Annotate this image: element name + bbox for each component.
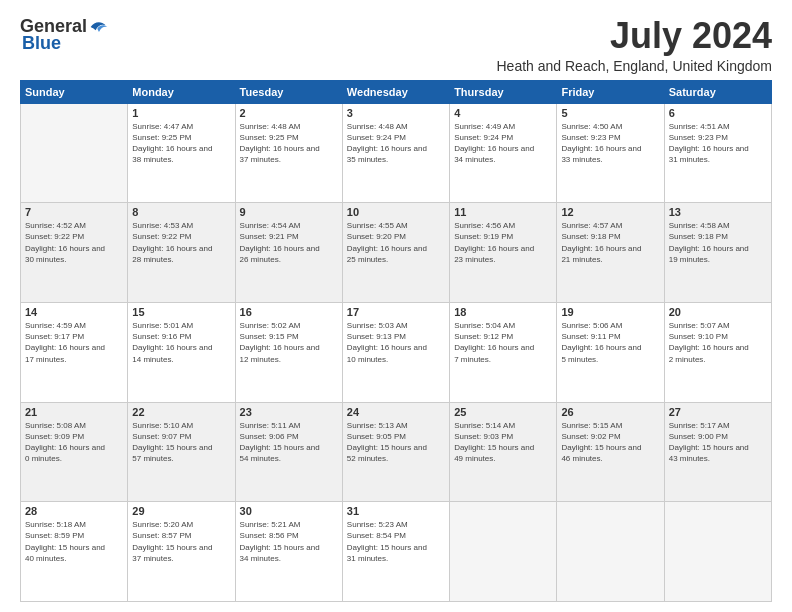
day-info: Sunrise: 5:06 AMSunset: 9:11 PMDaylight:… (561, 320, 659, 365)
day-info: Sunrise: 5:02 AMSunset: 9:15 PMDaylight:… (240, 320, 338, 365)
day-number: 2 (240, 107, 338, 119)
table-row: 13 Sunrise: 4:58 AMSunset: 9:18 PMDaylig… (664, 203, 771, 303)
header-monday: Monday (128, 80, 235, 103)
day-info: Sunrise: 5:11 AMSunset: 9:06 PMDaylight:… (240, 420, 338, 465)
day-info: Sunrise: 4:49 AMSunset: 9:24 PMDaylight:… (454, 121, 552, 166)
day-number: 1 (132, 107, 230, 119)
day-info: Sunrise: 4:47 AMSunset: 9:25 PMDaylight:… (132, 121, 230, 166)
table-row: 6 Sunrise: 4:51 AMSunset: 9:23 PMDayligh… (664, 103, 771, 203)
table-row: 17 Sunrise: 5:03 AMSunset: 9:13 PMDaylig… (342, 302, 449, 402)
table-row: 9 Sunrise: 4:54 AMSunset: 9:21 PMDayligh… (235, 203, 342, 303)
day-number: 7 (25, 206, 123, 218)
day-number: 30 (240, 505, 338, 517)
day-info: Sunrise: 5:17 AMSunset: 9:00 PMDaylight:… (669, 420, 767, 465)
day-info: Sunrise: 4:59 AMSunset: 9:17 PMDaylight:… (25, 320, 123, 365)
table-row: 28 Sunrise: 5:18 AMSunset: 8:59 PMDaylig… (21, 502, 128, 602)
day-info: Sunrise: 4:57 AMSunset: 9:18 PMDaylight:… (561, 220, 659, 265)
day-info: Sunrise: 5:23 AMSunset: 8:54 PMDaylight:… (347, 519, 445, 564)
day-info: Sunrise: 5:01 AMSunset: 9:16 PMDaylight:… (132, 320, 230, 365)
day-info: Sunrise: 5:14 AMSunset: 9:03 PMDaylight:… (454, 420, 552, 465)
calendar-week-row: 7 Sunrise: 4:52 AMSunset: 9:22 PMDayligh… (21, 203, 772, 303)
day-number: 13 (669, 206, 767, 218)
day-number: 5 (561, 107, 659, 119)
day-info: Sunrise: 5:08 AMSunset: 9:09 PMDaylight:… (25, 420, 123, 465)
table-row: 16 Sunrise: 5:02 AMSunset: 9:15 PMDaylig… (235, 302, 342, 402)
day-number: 8 (132, 206, 230, 218)
calendar-week-row: 1 Sunrise: 4:47 AMSunset: 9:25 PMDayligh… (21, 103, 772, 203)
location-text: Heath and Reach, England, United Kingdom (496, 58, 772, 74)
table-row: 10 Sunrise: 4:55 AMSunset: 9:20 PMDaylig… (342, 203, 449, 303)
table-row: 15 Sunrise: 5:01 AMSunset: 9:16 PMDaylig… (128, 302, 235, 402)
header-tuesday: Tuesday (235, 80, 342, 103)
day-number: 28 (25, 505, 123, 517)
month-title: July 2024 (496, 16, 772, 56)
day-info: Sunrise: 5:15 AMSunset: 9:02 PMDaylight:… (561, 420, 659, 465)
table-row: 25 Sunrise: 5:14 AMSunset: 9:03 PMDaylig… (450, 402, 557, 502)
table-row: 26 Sunrise: 5:15 AMSunset: 9:02 PMDaylig… (557, 402, 664, 502)
logo-blue-text: Blue (22, 33, 61, 54)
day-info: Sunrise: 4:55 AMSunset: 9:20 PMDaylight:… (347, 220, 445, 265)
header-friday: Friday (557, 80, 664, 103)
table-row: 30 Sunrise: 5:21 AMSunset: 8:56 PMDaylig… (235, 502, 342, 602)
day-number: 27 (669, 406, 767, 418)
day-number: 16 (240, 306, 338, 318)
day-info: Sunrise: 5:04 AMSunset: 9:12 PMDaylight:… (454, 320, 552, 365)
table-row: 18 Sunrise: 5:04 AMSunset: 9:12 PMDaylig… (450, 302, 557, 402)
day-number: 24 (347, 406, 445, 418)
day-number: 19 (561, 306, 659, 318)
day-info: Sunrise: 4:58 AMSunset: 9:18 PMDaylight:… (669, 220, 767, 265)
day-info: Sunrise: 5:13 AMSunset: 9:05 PMDaylight:… (347, 420, 445, 465)
day-number: 14 (25, 306, 123, 318)
page: General Blue July 2024 Heath and Reach, … (0, 0, 792, 612)
day-info: Sunrise: 5:10 AMSunset: 9:07 PMDaylight:… (132, 420, 230, 465)
day-number: 10 (347, 206, 445, 218)
day-info: Sunrise: 4:51 AMSunset: 9:23 PMDaylight:… (669, 121, 767, 166)
table-row: 21 Sunrise: 5:08 AMSunset: 9:09 PMDaylig… (21, 402, 128, 502)
table-row: 31 Sunrise: 5:23 AMSunset: 8:54 PMDaylig… (342, 502, 449, 602)
table-row: 8 Sunrise: 4:53 AMSunset: 9:22 PMDayligh… (128, 203, 235, 303)
day-info: Sunrise: 4:48 AMSunset: 9:24 PMDaylight:… (347, 121, 445, 166)
table-row: 23 Sunrise: 5:11 AMSunset: 9:06 PMDaylig… (235, 402, 342, 502)
calendar-week-row: 28 Sunrise: 5:18 AMSunset: 8:59 PMDaylig… (21, 502, 772, 602)
calendar-table: Sunday Monday Tuesday Wednesday Thursday… (20, 80, 772, 602)
day-info: Sunrise: 5:20 AMSunset: 8:57 PMDaylight:… (132, 519, 230, 564)
calendar-week-row: 21 Sunrise: 5:08 AMSunset: 9:09 PMDaylig… (21, 402, 772, 502)
table-row (450, 502, 557, 602)
day-number: 26 (561, 406, 659, 418)
day-number: 9 (240, 206, 338, 218)
day-number: 21 (25, 406, 123, 418)
table-row: 29 Sunrise: 5:20 AMSunset: 8:57 PMDaylig… (128, 502, 235, 602)
day-info: Sunrise: 4:56 AMSunset: 9:19 PMDaylight:… (454, 220, 552, 265)
day-number: 15 (132, 306, 230, 318)
logo: General Blue (20, 16, 109, 54)
day-number: 31 (347, 505, 445, 517)
table-row (664, 502, 771, 602)
day-number: 18 (454, 306, 552, 318)
day-number: 6 (669, 107, 767, 119)
table-row: 7 Sunrise: 4:52 AMSunset: 9:22 PMDayligh… (21, 203, 128, 303)
day-number: 23 (240, 406, 338, 418)
table-row: 24 Sunrise: 5:13 AMSunset: 9:05 PMDaylig… (342, 402, 449, 502)
table-row: 19 Sunrise: 5:06 AMSunset: 9:11 PMDaylig… (557, 302, 664, 402)
table-row: 1 Sunrise: 4:47 AMSunset: 9:25 PMDayligh… (128, 103, 235, 203)
title-section: July 2024 Heath and Reach, England, Unit… (496, 16, 772, 74)
table-row (21, 103, 128, 203)
calendar-header-row: Sunday Monday Tuesday Wednesday Thursday… (21, 80, 772, 103)
day-info: Sunrise: 5:18 AMSunset: 8:59 PMDaylight:… (25, 519, 123, 564)
day-info: Sunrise: 4:53 AMSunset: 9:22 PMDaylight:… (132, 220, 230, 265)
header: General Blue July 2024 Heath and Reach, … (20, 16, 772, 74)
header-sunday: Sunday (21, 80, 128, 103)
day-info: Sunrise: 5:07 AMSunset: 9:10 PMDaylight:… (669, 320, 767, 365)
logo-bird-icon (89, 17, 109, 37)
table-row: 4 Sunrise: 4:49 AMSunset: 9:24 PMDayligh… (450, 103, 557, 203)
table-row: 2 Sunrise: 4:48 AMSunset: 9:25 PMDayligh… (235, 103, 342, 203)
header-saturday: Saturday (664, 80, 771, 103)
day-info: Sunrise: 5:21 AMSunset: 8:56 PMDaylight:… (240, 519, 338, 564)
table-row: 5 Sunrise: 4:50 AMSunset: 9:23 PMDayligh… (557, 103, 664, 203)
table-row: 11 Sunrise: 4:56 AMSunset: 9:19 PMDaylig… (450, 203, 557, 303)
day-number: 4 (454, 107, 552, 119)
day-number: 3 (347, 107, 445, 119)
table-row: 14 Sunrise: 4:59 AMSunset: 9:17 PMDaylig… (21, 302, 128, 402)
day-info: Sunrise: 4:50 AMSunset: 9:23 PMDaylight:… (561, 121, 659, 166)
day-info: Sunrise: 4:48 AMSunset: 9:25 PMDaylight:… (240, 121, 338, 166)
